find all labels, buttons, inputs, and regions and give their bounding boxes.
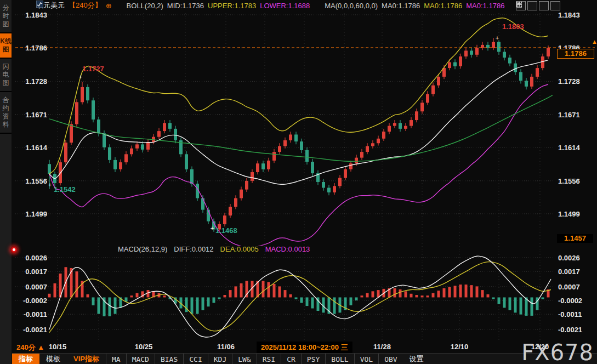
price-axis-label: 1.1843 <box>558 11 594 19</box>
price-axis-label: 1.1728 <box>558 77 594 86</box>
x-axis-label: 11/06 <box>217 343 235 351</box>
swing-cross-marker: + <box>496 35 499 41</box>
zoom-in-icon[interactable] <box>539 1 549 10</box>
boll-label: BOLL(20,2) <box>127 2 163 10</box>
period-label[interactable]: 【240分】 <box>69 1 102 10</box>
add-indicator-icon[interactable]: ⊕ <box>106 2 112 10</box>
indicator-button-PSY[interactable]: PSY <box>301 354 325 364</box>
period-switch[interactable]: 240分 ▲ <box>16 343 44 352</box>
watermark: FX678 <box>521 340 594 364</box>
macd-axis-label: -0.0002 <box>558 297 594 305</box>
current-price-box: 1.1786 <box>557 49 594 59</box>
sidebar-tab-分时图[interactable]: 分时图 <box>0 0 12 33</box>
x-axis-label: 11/28 <box>373 343 391 351</box>
settings-button[interactable]: 设置 <box>403 354 430 364</box>
swing-low-label: 1.1542 <box>54 185 76 194</box>
zoom-out-icon[interactable] <box>527 1 537 10</box>
indicator-button-BIAS[interactable]: BIAS <box>155 354 183 364</box>
macd-axis-label: 0.0026 <box>16 254 47 262</box>
boll-upper-value: UPPER:1.1783 <box>208 2 256 10</box>
macd-name: MACD(26,12,9) <box>118 245 167 253</box>
price-axis-label: 1.1671 <box>558 110 594 118</box>
ma-indicator-icon[interactable] <box>314 2 321 9</box>
indicator-button-BOLL[interactable]: BOLL <box>325 354 354 364</box>
macd-header: MACD(26,12,9) DIFF:0.0012 DEA:0.0005 MAC… <box>118 245 310 253</box>
indicator-button-CR[interactable]: CR <box>281 354 301 364</box>
price-axis-label: 1.1499 <box>16 210 47 218</box>
crosshair-price-label: 1.1457 <box>557 234 593 243</box>
macd-axis-label: 0.0017 <box>16 268 47 276</box>
indicator-button-KDJ[interactable]: KDJ <box>208 354 232 364</box>
chart-header: 欧元美元 【240分】 ⊕ BOLL(20,2) MID:1.1736 UPPE… <box>36 1 504 10</box>
macd-axis-label: 0.0007 <box>16 282 47 291</box>
x-axis-label: 10/25 <box>135 343 153 351</box>
indicator-button-CCI[interactable]: CCI <box>183 354 207 364</box>
boll-indicator-icon[interactable] <box>116 2 123 9</box>
crosshair-date-label: 2025/11/12 18:00~22:00 三 <box>257 342 352 354</box>
boll-mid-value: MID:1.1736 <box>167 2 204 10</box>
swing-cross-marker: + <box>48 181 52 188</box>
macd-macd-value: MACD:0.0013 <box>265 245 310 253</box>
ma0-white-value: MA0:1.1786 <box>382 2 420 10</box>
indicator-button-VOL[interactable]: VOL <box>354 354 378 364</box>
macd-axis-label: 0.0017 <box>558 268 594 276</box>
price-axis-label: 1.1728 <box>16 77 47 86</box>
price-axis-label: 1.1556 <box>16 177 47 185</box>
swing-cross-marker: + <box>79 73 82 80</box>
pan-right-icon[interactable] <box>550 1 560 10</box>
price-axis-label: 1.1786 <box>16 44 47 52</box>
toolbar-tab-指标[interactable]: 指标 <box>12 354 39 364</box>
price-axis-label: 1.1843 <box>16 11 47 19</box>
sidebar-tab-K线图[interactable]: K线图 <box>0 33 12 59</box>
ma0-yellow-value: MA0:1.1786 <box>424 2 462 10</box>
swing-cross-marker: + <box>211 225 214 231</box>
price-axis-label: 1.1614 <box>16 143 47 151</box>
kline-chart-canvas[interactable] <box>0 0 597 364</box>
price-axis-label: 1.1671 <box>16 110 47 118</box>
boll-lower-value: LOWER:1.1688 <box>260 2 310 10</box>
x-axis-label: 10/15 <box>49 343 67 351</box>
macd-axis-label: 0.0007 <box>558 282 594 291</box>
macd-axis-label: -0.0021 <box>558 326 594 334</box>
price-up-arrow-icon: ▲ <box>592 38 597 45</box>
trading-app-window: 分时图K线图闪电图合约资料 欧元美元 【240分】 ⊕ BOLL(20,2) M… <box>0 0 597 364</box>
macd-axis-label: -0.0021 <box>16 326 47 334</box>
macd-axis-label: 0.0026 <box>558 254 594 262</box>
toolbar-tab-VIP指标[interactable]: VIP指标 <box>67 354 106 364</box>
chart-toolbar <box>516 1 560 10</box>
macd-dea-value: DEA:0.0005 <box>220 245 259 253</box>
ma0-magenta-value: MA0:1.1786 <box>466 2 504 10</box>
macd-axis-label: -0.0011 <box>558 310 594 318</box>
x-axis-label: 12/10 <box>451 343 469 351</box>
sidebar: 分时图K线图闪电图合约资料 <box>0 0 12 364</box>
swing-low-label: 1.1468 <box>215 226 237 235</box>
indicator-button-MACD[interactable]: MACD <box>126 354 155 364</box>
sidebar-tab-合约资料[interactable]: 合约资料 <box>0 92 12 134</box>
x-axis: 240分 ▲ 10/1510/2511/0611/2812/1012/20 20… <box>12 342 597 353</box>
price-axis-label: 1.1499 <box>558 210 594 218</box>
indicator-button-OBV[interactable]: OBV <box>378 354 402 364</box>
price-axis-label: 1.1556 <box>558 177 594 185</box>
macd-diff-value: DIFF:0.0012 <box>174 245 213 253</box>
swing-high-label: 1.1727 <box>82 65 104 73</box>
ma-label: MA(0,0,0,60,0,0) <box>325 2 378 10</box>
indicator-toolbar: 指标模板VIP指标MAMACDBIASCCIKDJLW&RSICRPSYBOLL… <box>12 353 597 364</box>
indicator-button-LW&[interactable]: LW& <box>232 354 256 364</box>
indicator-button-RSI[interactable]: RSI <box>257 354 281 364</box>
price-axis-label: 1.1614 <box>558 143 594 151</box>
toolbar-tab-模板[interactable]: 模板 <box>39 354 67 364</box>
macd-axis-label: -0.0011 <box>16 310 47 318</box>
sidebar-tab-闪电图[interactable]: 闪电图 <box>0 59 12 92</box>
indicator-button-MA[interactable]: MA <box>106 354 126 364</box>
alert-icon[interactable] <box>10 246 18 253</box>
swing-high-label: 1.1803 <box>502 22 524 31</box>
macd-axis-label: -0.0002 <box>16 297 47 305</box>
